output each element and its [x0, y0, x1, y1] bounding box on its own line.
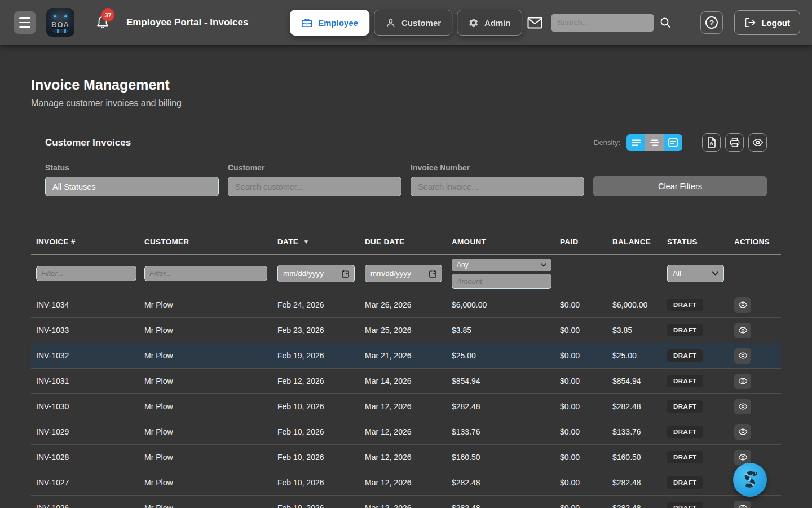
eye-icon [738, 327, 748, 334]
status-filter-label: Status [45, 163, 219, 172]
view-invoice-button[interactable] [734, 424, 751, 440]
status-badge: DRAFT [667, 324, 703, 336]
invoice-column-filter-input[interactable] [36, 266, 136, 281]
cell-amount: $160.50 [447, 453, 555, 462]
logo-snake-coil [51, 28, 69, 34]
table-row[interactable]: INV-1034 Mr Plow Feb 24, 2026 Mar 26, 20… [31, 292, 781, 318]
cell-balance: $6,000.00 [607, 300, 662, 309]
density-label: Density: [594, 138, 620, 147]
tab-employee-label: Employee [318, 18, 358, 28]
portal-title: Employee Portal - Invoices [126, 17, 248, 28]
customer-filter-input[interactable] [228, 177, 401, 196]
cell-balance: $25.00 [607, 351, 662, 360]
portal-tab-group: Employee Customer Admin [290, 10, 522, 36]
amount-operator-select[interactable]: Any [452, 259, 551, 271]
due-date-column-filter-input[interactable]: mm/dd/yyyy [365, 265, 442, 282]
cell-due-date: Mar 12, 2026 [360, 402, 447, 411]
density-comfortable-button[interactable] [664, 134, 682, 151]
clear-filters-button[interactable]: Clear Filters [593, 176, 767, 196]
cell-balance: $282.48 [607, 478, 662, 487]
chevron-down-icon [712, 271, 718, 276]
cell-paid: $0.00 [555, 453, 607, 462]
table-row[interactable]: INV-1032 Mr Plow Feb 19, 2026 Mar 21, 20… [31, 343, 781, 369]
view-invoice-button[interactable] [734, 399, 751, 414]
cell-date: Feb 10, 2026 [272, 478, 360, 487]
col-header-invoice[interactable]: INVOICE # [31, 238, 139, 246]
table-row[interactable]: INV-1031 Mr Plow Feb 12, 2026 Mar 14, 20… [31, 369, 781, 394]
view-invoice-button[interactable] [734, 323, 751, 338]
status-filter-value: All Statuses [52, 182, 96, 191]
invoice-table-body: INV-1034 Mr Plow Feb 24, 2026 Mar 26, 20… [31, 292, 781, 508]
cell-due-date: Mar 21, 2026 [360, 351, 447, 360]
chevron-down-icon [541, 263, 546, 267]
col-header-due-date[interactable]: DUE DATE [360, 238, 447, 246]
status-filter-select[interactable]: All Statuses [45, 177, 219, 196]
cell-due-date: Mar 12, 2026 [360, 427, 447, 436]
tab-employee[interactable]: Employee [290, 10, 369, 36]
cell-status: DRAFT [662, 299, 729, 311]
date-column-filter-input[interactable]: mm/dd/yyyy [277, 265, 355, 282]
app-logo[interactable]: BOA [46, 8, 74, 37]
mail-icon[interactable] [527, 17, 542, 29]
view-invoice-button[interactable] [734, 348, 751, 364]
global-search-input[interactable] [551, 14, 654, 32]
cell-paid: $0.00 [555, 503, 607, 508]
table-row[interactable]: INV-1029 Mr Plow Feb 10, 2026 Mar 12, 20… [31, 419, 781, 445]
table-row[interactable]: INV-1028 Mr Plow Feb 10, 2026 Mar 12, 20… [31, 445, 781, 470]
cell-amount: $133.76 [447, 427, 555, 436]
status-column-filter-select[interactable]: All [667, 265, 724, 282]
cell-customer: Mr Plow [139, 402, 272, 411]
col-header-paid[interactable]: PAID [555, 238, 607, 246]
preview-button[interactable] [748, 133, 767, 152]
main-content: Invoice Management Manage customer invoi… [0, 45, 812, 508]
invoice-number-filter-input[interactable] [411, 177, 584, 196]
view-invoice-button[interactable] [734, 374, 751, 389]
eye-icon [738, 454, 748, 461]
person-icon [385, 17, 396, 28]
logout-icon [744, 17, 756, 28]
logo-snake-eyes [46, 15, 74, 17]
density-compact-button[interactable] [626, 134, 645, 151]
status-badge: DRAFT [667, 476, 703, 489]
col-header-balance[interactable]: BALANCE [607, 238, 662, 246]
table-row[interactable]: INV-1027 Mr Plow Feb 10, 2026 Mar 12, 20… [31, 470, 781, 496]
logout-button[interactable]: Logout [734, 10, 800, 35]
cell-date: Feb 24, 2026 [272, 300, 360, 309]
density-normal-icon [650, 139, 659, 147]
cell-status: DRAFT [662, 375, 729, 387]
help-button[interactable]: ? [700, 11, 723, 34]
page-title: Invoice Management [31, 77, 781, 93]
status-badge: DRAFT [667, 349, 703, 362]
cell-paid: $0.00 [555, 402, 607, 411]
customer-column-filter-input[interactable] [144, 266, 267, 281]
col-header-amount[interactable]: AMOUNT [447, 238, 555, 246]
col-header-customer[interactable]: CUSTOMER [139, 238, 272, 246]
export-pdf-button[interactable]: A [702, 133, 721, 152]
density-normal-button[interactable] [645, 134, 664, 151]
cell-amount: $282.48 [447, 503, 555, 508]
cell-date: Feb 10, 2026 [272, 402, 360, 411]
menu-button[interactable] [14, 11, 36, 34]
cell-paid: $0.00 [555, 351, 607, 360]
col-header-status[interactable]: STATUS [662, 238, 729, 246]
tab-customer[interactable]: Customer [374, 10, 452, 36]
eye-icon [752, 138, 764, 147]
table-row[interactable]: INV-1026 Mr Plow Feb 10, 2026 Mar 12, 20… [31, 496, 781, 508]
cell-date: Feb 10, 2026 [272, 453, 360, 462]
notifications-button[interactable]: 37 [96, 15, 109, 30]
amount-column-filter-input[interactable] [452, 274, 551, 289]
table-row[interactable]: INV-1030 Mr Plow Feb 10, 2026 Mar 12, 20… [31, 394, 781, 419]
view-invoice-button[interactable] [734, 297, 751, 313]
assistant-fab-button[interactable] [733, 463, 767, 497]
cell-invoice-number: INV-1027 [31, 478, 139, 487]
table-row[interactable]: INV-1033 Mr Plow Feb 23, 2026 Mar 25, 20… [31, 318, 781, 343]
print-button[interactable] [725, 133, 744, 152]
search-icon[interactable] [660, 17, 671, 28]
cell-actions [729, 424, 781, 440]
svg-text:A: A [710, 141, 713, 146]
cell-status: DRAFT [662, 476, 729, 489]
view-invoice-button[interactable] [734, 501, 751, 508]
col-header-date[interactable]: DATE ▼ [272, 238, 360, 246]
cell-actions [729, 297, 781, 313]
tab-admin[interactable]: Admin [457, 10, 522, 36]
